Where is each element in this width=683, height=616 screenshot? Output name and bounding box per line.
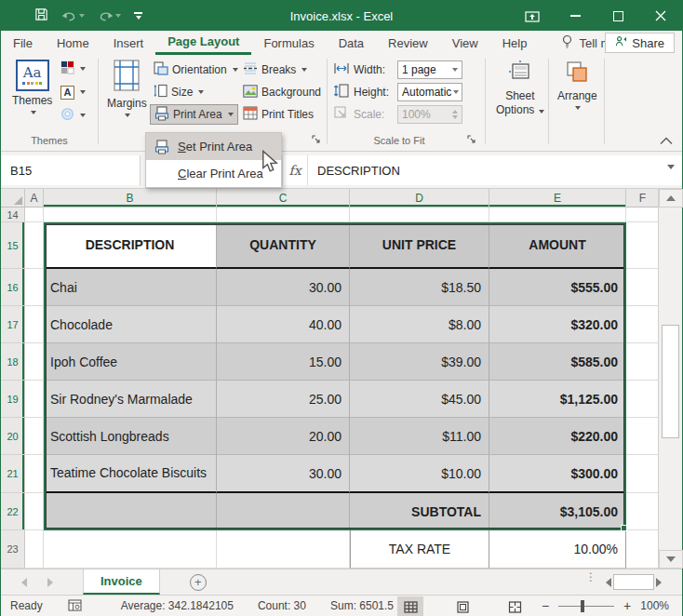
cell[interactable] bbox=[25, 343, 44, 381]
cell[interactable]: Teatime Chocolate Biscuits bbox=[44, 455, 217, 493]
menu-item-clear-print-area[interactable]: Clear Print Area bbox=[146, 160, 281, 187]
cell-d15[interactable]: UNIT PRICE bbox=[350, 222, 489, 269]
column-header-c[interactable]: C bbox=[217, 189, 350, 208]
new-sheet-button[interactable]: + bbox=[190, 574, 207, 591]
scale-to-fit-dialog-launcher[interactable] bbox=[466, 134, 478, 146]
undo-button[interactable] bbox=[61, 10, 85, 22]
cell[interactable] bbox=[217, 208, 350, 222]
background-button[interactable]: Background bbox=[239, 82, 325, 102]
tab-bar-splitter[interactable]: ⋮ bbox=[585, 574, 593, 580]
cell[interactable] bbox=[626, 343, 660, 381]
customize-qat-button[interactable] bbox=[134, 12, 142, 20]
horizontal-scroll-thumb[interactable] bbox=[613, 574, 654, 590]
cell[interactable]: 40.00 bbox=[217, 306, 350, 343]
column-header-d[interactable]: D bbox=[350, 189, 489, 208]
column-header-f[interactable]: F bbox=[626, 189, 660, 208]
expand-formula-bar-icon[interactable] bbox=[667, 165, 675, 169]
row-header-21[interactable]: 21 bbox=[1, 455, 25, 493]
row-header-14[interactable]: 14 bbox=[1, 208, 25, 222]
tab-view[interactable]: View bbox=[440, 31, 490, 55]
cell-b15-active[interactable]: DESCRIPTION bbox=[44, 222, 217, 269]
cell[interactable]: $39.00 bbox=[350, 343, 489, 381]
cell[interactable] bbox=[44, 530, 217, 569]
row-header-19[interactable]: 19 bbox=[1, 381, 25, 418]
tab-page-layout[interactable]: Page Layout bbox=[155, 31, 251, 55]
cell-c15[interactable]: QUANTITY bbox=[217, 222, 350, 269]
cell[interactable] bbox=[489, 208, 626, 222]
cell[interactable]: Scottish Longbreads bbox=[44, 418, 217, 455]
cell[interactable]: $18.50 bbox=[350, 269, 489, 306]
cell[interactable] bbox=[25, 306, 44, 343]
cell[interactable] bbox=[25, 222, 44, 269]
share-button[interactable]: Share bbox=[605, 33, 675, 53]
breaks-button[interactable]: Breaks bbox=[239, 60, 311, 80]
cell[interactable]: 20.00 bbox=[217, 418, 350, 455]
tab-help[interactable]: Help bbox=[490, 31, 540, 55]
insert-function-button[interactable]: fx bbox=[282, 155, 308, 185]
save-icon[interactable] bbox=[34, 7, 48, 25]
subtotal-label-cell[interactable]: SUBTOTAL bbox=[350, 493, 489, 530]
column-header-e[interactable]: E bbox=[489, 189, 626, 208]
cell[interactable] bbox=[626, 381, 660, 418]
cell[interactable]: Ipoh Coffee bbox=[44, 343, 217, 381]
width-select[interactable]: 1 page bbox=[397, 60, 462, 79]
collapse-ribbon-button[interactable] bbox=[660, 135, 673, 148]
subtotal-value-cell[interactable]: $3,105.00 bbox=[489, 493, 626, 530]
cell[interactable] bbox=[25, 530, 44, 569]
cell[interactable] bbox=[626, 418, 660, 455]
cell[interactable] bbox=[217, 530, 350, 569]
cell-e15[interactable]: AMOUNT bbox=[489, 222, 626, 269]
cell[interactable]: $45.00 bbox=[350, 381, 489, 418]
cell[interactable]: $220.00 bbox=[489, 418, 626, 455]
cell[interactable]: $8.00 bbox=[350, 306, 489, 343]
cell[interactable] bbox=[350, 208, 489, 222]
theme-fonts-button[interactable]: A bbox=[57, 82, 89, 102]
column-header-a[interactable]: A bbox=[25, 189, 44, 208]
cell[interactable] bbox=[626, 455, 660, 493]
horizontal-scrollbar[interactable] bbox=[606, 573, 680, 591]
cell[interactable] bbox=[25, 269, 44, 306]
scroll-down-button[interactable] bbox=[659, 550, 683, 569]
row-header-18[interactable]: 18 bbox=[1, 343, 25, 381]
zoom-slider[interactable] bbox=[558, 606, 614, 607]
row-header-20[interactable]: 20 bbox=[1, 418, 25, 455]
tab-formulas[interactable]: Formulas bbox=[251, 31, 326, 55]
cell[interactable] bbox=[25, 418, 44, 455]
row-header-17[interactable]: 17 bbox=[1, 306, 25, 343]
formula-input[interactable]: DESCRIPTION bbox=[308, 155, 682, 185]
sheet-options-button[interactable]: SheetOptions bbox=[492, 57, 548, 120]
cell[interactable] bbox=[217, 493, 350, 530]
tab-review[interactable]: Review bbox=[376, 31, 440, 55]
macro-record-icon[interactable] bbox=[68, 599, 82, 614]
scroll-left-button[interactable] bbox=[606, 578, 611, 587]
print-area-button[interactable]: Print Area bbox=[150, 104, 238, 125]
cell[interactable] bbox=[25, 208, 44, 222]
minimize-button[interactable] bbox=[554, 1, 596, 31]
cell[interactable]: Sir Rodney's Marmalade bbox=[44, 381, 217, 418]
previous-sheet-icon[interactable] bbox=[21, 578, 27, 587]
vertical-scroll-thumb[interactable] bbox=[662, 325, 679, 438]
ribbon-display-options-button[interactable] bbox=[511, 1, 554, 31]
cell[interactable]: $1,125.00 bbox=[489, 381, 626, 418]
zoom-slider-thumb[interactable] bbox=[581, 600, 584, 612]
scroll-right-button[interactable] bbox=[656, 578, 662, 587]
row-header-15[interactable]: 15 bbox=[1, 222, 25, 269]
cell[interactable] bbox=[44, 208, 217, 222]
size-button[interactable]: Size bbox=[150, 82, 208, 102]
row-header-23[interactable]: 23 bbox=[1, 530, 25, 569]
cell[interactable] bbox=[25, 493, 44, 530]
zoom-in-button[interactable]: + bbox=[623, 599, 631, 612]
zoom-out-button[interactable]: − bbox=[542, 599, 549, 612]
select-all-corner[interactable] bbox=[1, 189, 25, 208]
cell[interactable] bbox=[626, 306, 660, 343]
cell[interactable]: 15.00 bbox=[217, 343, 350, 381]
print-titles-button[interactable]: Print Titles bbox=[239, 104, 317, 125]
theme-effects-button[interactable] bbox=[57, 105, 89, 126]
tab-home[interactable]: Home bbox=[45, 31, 101, 55]
cell[interactable] bbox=[626, 493, 660, 530]
tab-data[interactable]: Data bbox=[327, 31, 376, 55]
column-header-b[interactable]: B bbox=[44, 189, 217, 208]
cell[interactable]: $555.00 bbox=[489, 269, 626, 306]
cell[interactable] bbox=[25, 381, 44, 418]
vertical-scrollbar[interactable] bbox=[658, 189, 682, 569]
